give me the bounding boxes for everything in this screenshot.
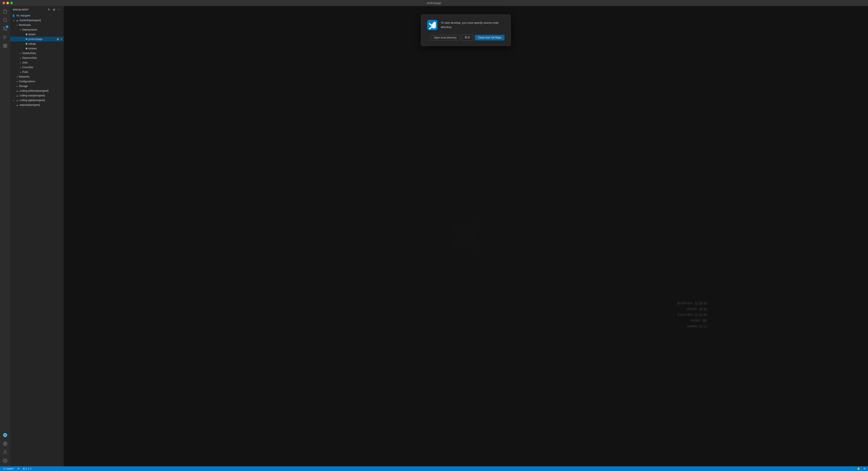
cloud-icon-saas: ☁ (16, 94, 19, 97)
svg-line-1 (6, 21, 7, 22)
tree-label-coding-saas: coding-saas[wangwei] (20, 94, 64, 97)
cloud-icon-agile: ☁ (16, 98, 19, 102)
open-local-button[interactable]: Open local directory (431, 35, 460, 40)
clone-from-git-button[interactable]: Clone from Git Repo (475, 35, 504, 40)
tree-item-cronjobs[interactable]: CronJobs (10, 65, 64, 70)
tree-label-coding-artifacts: coding-artifacts[wangwei] (20, 89, 64, 92)
svg-rect-6 (5, 44, 7, 46)
vscode-icon (427, 20, 437, 30)
errors-status[interactable]: ⊗ 1 ⚠ 1 (22, 466, 32, 471)
tree-item-pods[interactable]: Pods (10, 70, 64, 75)
activity-bar: 2 (0, 6, 10, 466)
tree-label-deployments: Deployments (22, 28, 64, 31)
tree-label-wepack: wepack[wangwei] (20, 104, 64, 107)
tree-item-storage[interactable]: Storage (10, 84, 64, 88)
branch-status[interactable]: ⎇ master* (2, 466, 15, 471)
close-button[interactable] (3, 2, 5, 4)
search-activity-icon[interactable] (1, 16, 9, 24)
tree-item-ratings[interactable]: ratings (10, 41, 64, 46)
extensions-activity-icon[interactable] (1, 42, 9, 50)
activity-bottom (1, 431, 9, 466)
close-status[interactable]: ✗ (863, 466, 866, 471)
source-control-badge: 2 (5, 25, 8, 28)
maximize-button[interactable] (10, 2, 13, 4)
source-control-activity-icon[interactable]: 2 (1, 25, 9, 32)
tree-item-coding-agile[interactable]: ☁ coding-agile[wangwei] (10, 98, 64, 102)
tree-item-networks[interactable]: Networks (10, 75, 64, 79)
tree-arrow-configurations (16, 80, 19, 83)
tree-item-details[interactable]: details (10, 32, 64, 37)
svg-rect-7 (3, 46, 5, 48)
account-activity-icon[interactable] (1, 448, 9, 456)
tree-label-pods: Pods (22, 70, 64, 73)
sidebar-header: NOCALHOST ↻ ⊕ ··· (10, 6, 64, 13)
main-content: 显示所有命令 ⇧ ⌘ P 转到文件 ⌘ P 在文件中查找 ⇧ ⌘ (64, 6, 868, 466)
tree-arrow-wepack (12, 103, 16, 107)
tree-arrow-bookinfo (12, 19, 16, 22)
notification-status[interactable]: 🔔 (856, 466, 861, 471)
sidebar-title: NOCALHOST (13, 8, 29, 11)
tree-label-statefulsets: StatefulSets (22, 52, 64, 55)
tree-item-coding-artifacts[interactable]: ☁ coding-artifacts[wangwei] (10, 88, 64, 93)
svg-point-12 (4, 460, 6, 461)
run-activity-icon[interactable] (1, 33, 9, 41)
tree-item-statefulsets[interactable]: StatefulSets (10, 51, 64, 56)
dev-start-icon[interactable]: ⚡ (56, 38, 59, 40)
close-status-icon: ✗ (864, 467, 865, 470)
tree-item-jobs[interactable]: Jobs (10, 60, 64, 65)
cloud-icon-artifacts: ☁ (16, 89, 19, 92)
tree-item-coding-saas[interactable]: ☁ coding-saas[wangwei] (10, 93, 64, 98)
tree-label-coding-agile: coding-agile[wangwei] (20, 99, 64, 102)
status-bar: ⎇ master* ↻ ⊗ 1 ⚠ 1 🔔 ✗ (0, 466, 868, 471)
user-label: Hi, wangwei (17, 14, 30, 17)
tree-item-deployments[interactable]: Deployments (10, 27, 64, 32)
tree-label-jobs: Jobs (22, 61, 64, 64)
more-icon[interactable]: ··· (57, 8, 61, 11)
tree-item-productpage[interactable]: productpage ⚡ ⚙ (10, 37, 64, 41)
tree-item-daemonsets[interactable]: DaemonSets (10, 56, 64, 60)
sidebar-header-icons: ↻ ⊕ ··· (47, 8, 61, 11)
error-icon: ⊗ (23, 467, 25, 470)
tree-item-bookinfo[interactable]: ☁ bookinfo[wangwei] (10, 18, 64, 23)
tree-arrow-storage (16, 84, 19, 88)
globe-icon[interactable]: ⊕ (52, 8, 56, 11)
tree-item-workloads[interactable]: Workloads (10, 23, 64, 27)
tree-arrow-coding-artifacts (12, 89, 16, 92)
tree-arrow-coding-agile (12, 98, 16, 102)
refresh-icon[interactable]: ↻ (47, 8, 51, 11)
minimize-button[interactable] (6, 2, 9, 4)
svg-marker-4 (4, 35, 7, 39)
window-title: productpage (427, 1, 441, 4)
svg-rect-5 (3, 44, 5, 46)
cancel-button[interactable]: 取消 (462, 34, 473, 40)
notification-icon: 🔔 (857, 467, 860, 470)
tree-label-productpage: productpage (28, 38, 56, 40)
dialog: To start develop, you must specify sourc… (421, 14, 511, 46)
tree-arrow-jobs (19, 61, 22, 64)
tree-item-configurations[interactable]: Configurations (10, 79, 64, 84)
tree-label-storage: Storage (19, 85, 64, 88)
settings-gear-icon[interactable]: ⚙ (60, 38, 62, 40)
tree-item-wepack[interactable]: ☁ wepack[wangwei] (10, 102, 64, 107)
tree-arrow-networks (16, 75, 19, 79)
user-icon: 👤 (12, 14, 15, 17)
tree-label-configurations: Configurations (19, 80, 64, 83)
files-activity-icon[interactable] (1, 8, 9, 16)
svg-point-11 (4, 450, 6, 452)
tree-arrow-details (22, 33, 26, 36)
sync-status[interactable]: ↻ (17, 466, 20, 471)
tree-arrow-cronjobs (19, 66, 22, 69)
tree-label-cronjobs: CronJobs (22, 66, 64, 69)
svg-point-3 (3, 27, 5, 28)
warning-count: 1 (30, 467, 31, 470)
svg-point-0 (3, 19, 7, 22)
status-bar-right: 🔔 ✗ (856, 466, 866, 471)
tree-item-reviews[interactable]: reviews (10, 46, 64, 51)
remote-activity-icon[interactable] (1, 440, 9, 447)
tree-arrow-statefulsets (19, 52, 22, 55)
user-row[interactable]: 👤 Hi, wangwei (10, 13, 64, 18)
nocalhost-activity-icon[interactable] (1, 431, 9, 439)
manage-activity-icon[interactable] (1, 457, 9, 465)
tree-actions-productpage: ⚡ ⚙ (56, 38, 64, 40)
dialog-overlay: To start develop, you must specify sourc… (64, 6, 868, 466)
